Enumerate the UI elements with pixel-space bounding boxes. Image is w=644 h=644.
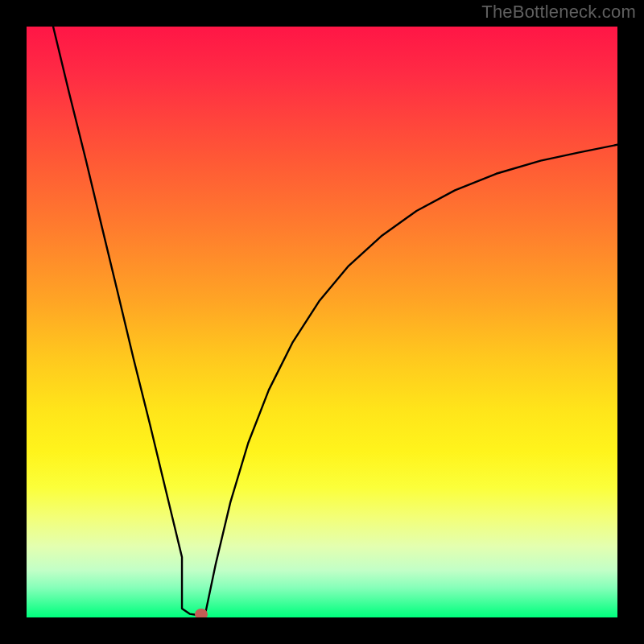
chart-canvas: TheBottleneck.com: [0, 0, 644, 644]
watermark-text: TheBottleneck.com: [481, 2, 636, 23]
plot-area: [27, 27, 617, 617]
curve-svg: [27, 27, 617, 617]
bottleneck-curve: [53, 27, 617, 615]
minimum-marker-dot: [195, 609, 208, 617]
